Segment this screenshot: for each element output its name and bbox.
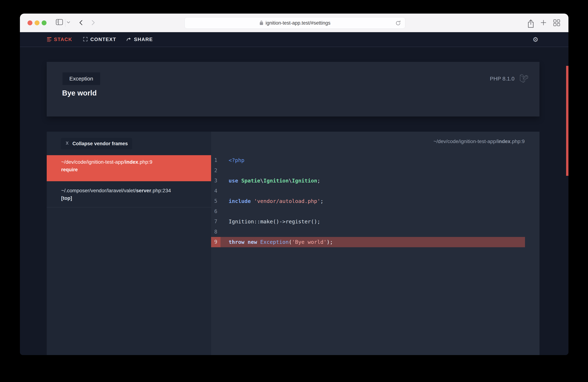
stack-frame[interactable]: ~/.composer/vendor/laravel/valet/server.…	[47, 181, 211, 208]
tab-share-label: SHARE	[134, 37, 153, 42]
collapse-vendor-frames-button[interactable]: Collapse vendor frames	[61, 138, 132, 149]
new-tab-button[interactable]	[540, 19, 547, 27]
stack-icon	[47, 37, 51, 42]
code-line: 7Ignition::make()->register();	[211, 216, 540, 227]
page-scrollbar-thumb[interactable]	[566, 66, 568, 176]
context-icon	[83, 37, 88, 42]
frame-path: ~/.composer/vendor/laravel/valet/server.…	[61, 188, 211, 193]
exception-class-badge: Exception	[63, 72, 100, 85]
sidebar-icon	[56, 19, 63, 26]
url-text: ignition-test-app.test/#settings	[266, 20, 331, 26]
sidebar-toggle-button[interactable]	[56, 19, 63, 26]
sidebar-menu-button[interactable]	[67, 21, 70, 24]
line-number: 9	[211, 237, 220, 247]
lock-icon	[259, 20, 263, 26]
code-line: 9throw new Exception('Bye world');	[211, 237, 525, 247]
tab-context-label: CONTEXT	[90, 37, 116, 42]
frame-path: ~/dev/code/ignition-test-app/index.php:9	[61, 159, 211, 165]
code-text: Ignition::make()->register();	[229, 218, 320, 225]
browser-chrome: ignition-test-app.test/#settings	[20, 14, 568, 32]
forward-button[interactable]	[91, 19, 96, 27]
code-line: 1<?php	[211, 155, 540, 166]
line-number: 4	[211, 186, 220, 196]
gear-icon: ⚙	[533, 36, 538, 43]
close-window-button[interactable]	[27, 20, 32, 25]
code-line: 6	[211, 206, 540, 217]
code-file-path: ~/dev/code/ignition-test-app/index.php:9	[433, 138, 525, 144]
tab-share[interactable]: SHARE	[126, 32, 153, 47]
refresh-button[interactable]	[395, 20, 401, 27]
share-page-button[interactable]	[527, 19, 535, 29]
code-text: include 'vendor/autoload.php';	[229, 198, 323, 204]
back-icon	[79, 19, 83, 27]
line-number: 3	[211, 176, 220, 186]
back-button[interactable]	[79, 19, 83, 27]
chrome-divider	[65, 19, 65, 27]
frame-method: [top]	[61, 195, 211, 201]
code-line: 8	[211, 227, 540, 237]
tab-stack[interactable]: STACK	[47, 32, 72, 47]
code-text: <?php	[229, 157, 244, 163]
code-editor: 1<?php23use Spatie\Ignition\Ignition;45i…	[211, 155, 540, 247]
settings-button[interactable]: ⚙	[533, 32, 538, 47]
php-version: PHP 8.1.0	[490, 76, 514, 82]
zoom-window-button[interactable]	[42, 20, 46, 25]
line-number: 2	[211, 166, 220, 176]
minimize-window-button[interactable]	[35, 20, 40, 25]
line-number: 5	[211, 196, 220, 206]
browser-window: ignition-test-app.test/#settings	[20, 14, 568, 355]
grid-icon	[553, 19, 561, 27]
collapse-label: Collapse vendor frames	[72, 141, 128, 147]
tab-overview-button[interactable]	[553, 19, 561, 27]
stack-frame-active[interactable]: ~/dev/code/ignition-test-app/index.php:9…	[47, 155, 211, 181]
collapse-icon	[65, 141, 69, 147]
exception-message: Bye world	[62, 89, 97, 97]
line-number: 6	[211, 206, 220, 217]
address-bar[interactable]: ignition-test-app.test/#settings	[185, 17, 405, 29]
share-icon	[527, 19, 535, 29]
line-number: 1	[211, 155, 220, 166]
frame-method: require	[61, 167, 211, 172]
runtime-meta: PHP 8.1.0	[490, 72, 528, 85]
forward-arrow-icon	[126, 37, 131, 42]
line-number: 8	[211, 227, 220, 237]
code-line: 5include 'vendor/autoload.php';	[211, 196, 540, 206]
code-text: throw new Exception('Bye world');	[229, 239, 333, 245]
tab-context[interactable]: CONTEXT	[83, 32, 116, 47]
code-text: use Spatie\Ignition\Ignition;	[229, 178, 320, 184]
stack-section: Collapse vendor frames ~/dev/code/igniti…	[47, 132, 540, 355]
forward-icon	[91, 19, 96, 27]
code-line: 2	[211, 166, 540, 176]
code-pane: ~/dev/code/ignition-test-app/index.php:9…	[211, 132, 540, 355]
frames-pane: Collapse vendor frames ~/dev/code/igniti…	[47, 132, 211, 355]
plus-icon	[540, 19, 547, 27]
chevron-down-icon	[67, 21, 70, 24]
page-content: Exception PHP 8.1.0 Bye world	[20, 47, 568, 355]
code-line: 4	[211, 186, 540, 196]
ignition-navbar: STACK CONTEXT SHARE ⚙	[20, 32, 568, 47]
line-number: 7	[211, 216, 220, 227]
laravel-icon	[520, 74, 528, 83]
tab-stack-label: STACK	[54, 37, 72, 42]
code-line: 3use Spatie\Ignition\Ignition;	[211, 176, 540, 186]
exception-card: Exception PHP 8.1.0 Bye world	[47, 62, 540, 116]
